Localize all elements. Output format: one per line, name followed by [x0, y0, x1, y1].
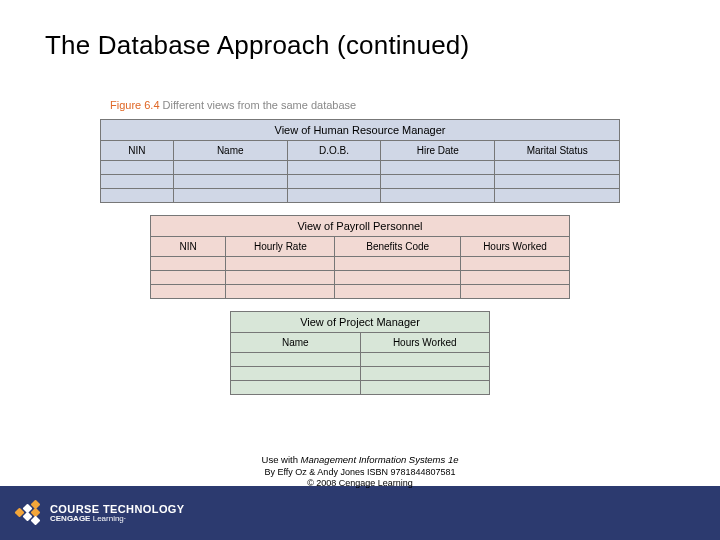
hr-col-dob: D.O.B. — [287, 141, 380, 161]
footer-usewith-prefix: Use with — [262, 454, 301, 465]
brand-line2a: CENGAGE — [50, 514, 90, 523]
hr-col-marital: Marital Status — [495, 141, 620, 161]
payroll-col-hours: Hours Worked — [461, 237, 570, 257]
figure-caption-text: Different views from the same database — [163, 99, 357, 111]
slide-title: The Database Approach (continued) — [0, 0, 720, 71]
payroll-col-nin: NIN — [151, 237, 226, 257]
hr-col-hiredate: Hire Date — [381, 141, 495, 161]
table-row — [101, 161, 620, 175]
footer-copyright: © 2008 Cengage Learning — [0, 478, 720, 488]
brand: COURSE TECHNOLOGY CENGAGE Learning· — [14, 499, 185, 527]
table-row — [231, 381, 490, 395]
table-row — [231, 353, 490, 367]
table-row — [231, 367, 490, 381]
hr-col-nin: NIN — [101, 141, 174, 161]
footer-book-title: Management Information Systems 1e — [301, 454, 459, 465]
table-row — [101, 175, 620, 189]
footer-byline: By Effy Oz & Andy Jones ISBN 97818448075… — [0, 467, 720, 477]
payroll-view-table: View of Payroll Personnel NIN Hourly Rat… — [150, 215, 570, 299]
figure-label: Figure 6.4 — [110, 99, 160, 111]
hr-col-name: Name — [173, 141, 287, 161]
table-row — [101, 189, 620, 203]
figure-caption: Figure 6.4 Different views from the same… — [110, 99, 720, 111]
payroll-col-benefits: Benefits Code — [335, 237, 461, 257]
brand-text: COURSE TECHNOLOGY CENGAGE Learning· — [50, 503, 185, 524]
payroll-table-title: View of Payroll Personnel — [151, 216, 570, 237]
tables-container: View of Human Resource Manager NIN Name … — [0, 119, 720, 395]
pm-table-title: View of Project Manager — [231, 312, 490, 333]
table-row — [151, 257, 570, 271]
hr-view-table: View of Human Resource Manager NIN Name … — [100, 119, 620, 203]
footer-bar: Use with Management Information Systems … — [0, 486, 720, 540]
table-row — [151, 285, 570, 299]
brand-line2b: Learning· — [90, 514, 126, 523]
brand-line2: CENGAGE Learning· — [50, 515, 185, 524]
footer-usewith: Use with Management Information Systems … — [0, 454, 720, 465]
table-row — [151, 271, 570, 285]
pm-view-table: View of Project Manager Name Hours Worke… — [230, 311, 490, 395]
pm-col-name: Name — [231, 333, 361, 353]
payroll-col-rate: Hourly Rate — [226, 237, 335, 257]
pm-col-hours: Hours Worked — [360, 333, 490, 353]
hr-table-title: View of Human Resource Manager — [101, 120, 620, 141]
brand-logo-icon — [14, 499, 42, 527]
